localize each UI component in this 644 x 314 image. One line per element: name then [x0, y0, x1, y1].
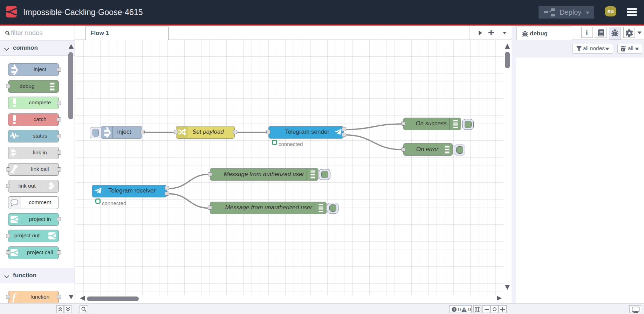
svg-text:f: f	[12, 291, 17, 302]
